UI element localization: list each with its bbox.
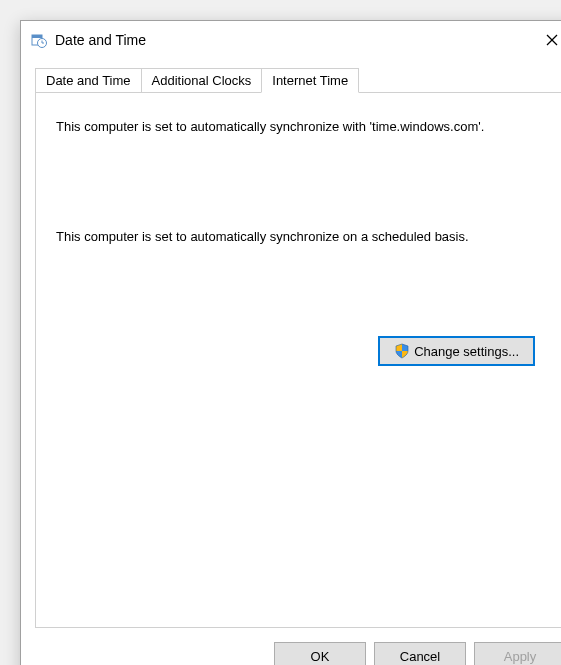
close-icon (546, 34, 558, 46)
tab-date-and-time[interactable]: Date and Time (35, 68, 142, 93)
date-time-icon (31, 32, 47, 48)
date-time-dialog: Date and Time Date and Time Additional C… (20, 20, 561, 665)
sync-server-text: This computer is set to automatically sy… (56, 117, 545, 137)
close-button[interactable] (532, 25, 561, 55)
change-settings-label: Change settings... (414, 344, 519, 359)
window-title: Date and Time (55, 32, 532, 48)
change-settings-row: Change settings... (56, 336, 545, 366)
dialog-button-row: OK Cancel Apply (21, 628, 561, 665)
titlebar: Date and Time (21, 21, 561, 59)
tab-internet-time[interactable]: Internet Time (261, 68, 359, 93)
tab-strip: Date and Time Additional Clocks Internet… (35, 67, 561, 92)
tab-additional-clocks[interactable]: Additional Clocks (141, 68, 263, 93)
svg-rect-1 (32, 35, 42, 38)
ok-button[interactable]: OK (274, 642, 366, 665)
cancel-button[interactable]: Cancel (374, 642, 466, 665)
sync-schedule-text: This computer is set to automatically sy… (56, 227, 545, 247)
uac-shield-icon (394, 343, 410, 359)
apply-button[interactable]: Apply (474, 642, 561, 665)
internet-time-panel: This computer is set to automatically sy… (35, 92, 561, 628)
content-area: Date and Time Additional Clocks Internet… (21, 59, 561, 628)
change-settings-button[interactable]: Change settings... (378, 336, 535, 366)
